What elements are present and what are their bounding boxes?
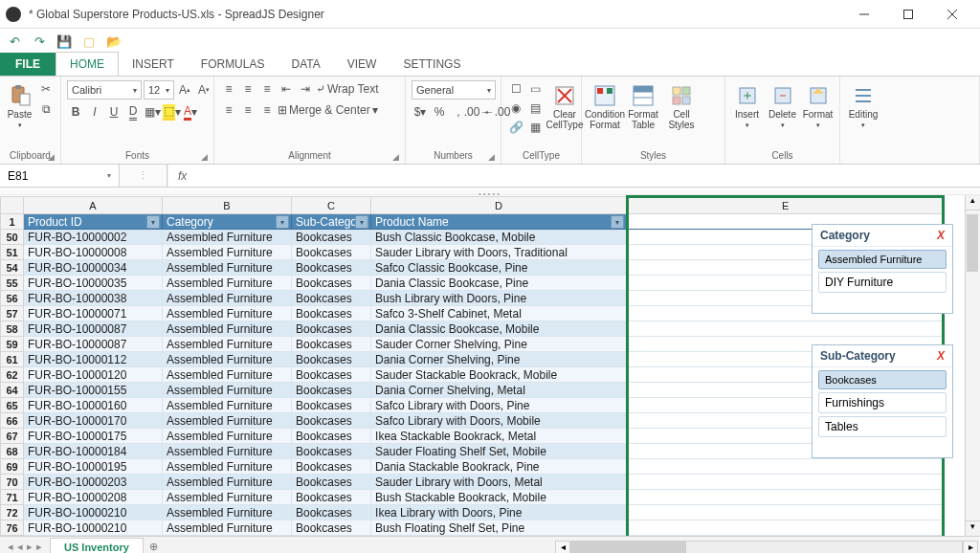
- cell[interactable]: Bookcases: [292, 245, 371, 260]
- cell[interactable]: Assembled Furniture: [163, 398, 292, 413]
- row-header[interactable]: 58: [1, 321, 24, 337]
- celltype-4-icon[interactable]: ▤: [526, 100, 544, 117]
- align-left-icon[interactable]: ≡: [220, 101, 237, 119]
- scroll-right-icon[interactable]: ▸: [963, 541, 978, 554]
- cell[interactable]: Assembled Furniture: [163, 321, 292, 337]
- first-sheet-icon[interactable]: ◂: [8, 541, 13, 553]
- numbers-launcher-icon[interactable]: ◢: [488, 152, 495, 162]
- clear-celltype-button[interactable]: ClearCellType: [547, 80, 582, 130]
- celltype-6-icon[interactable]: ▦: [526, 119, 544, 136]
- cell[interactable]: Sauder Floating Shelf Set, Mobile: [371, 444, 628, 459]
- table-row[interactable]: 70 FUR-BO-10000203 Assembled Furniture B…: [1, 475, 944, 490]
- cell[interactable]: Assembled Furniture: [163, 291, 292, 306]
- cell[interactable]: FUR-BO-10000195: [24, 459, 163, 475]
- slicer-item[interactable]: Bookcases: [818, 370, 947, 389]
- fill-color-icon[interactable]: ⬚▾: [163, 103, 180, 121]
- increase-indent-icon[interactable]: ⇥: [297, 80, 314, 98]
- cell[interactable]: Bookcases: [292, 367, 371, 383]
- cell[interactable]: [628, 475, 944, 490]
- cell[interactable]: Bush Stackable Bookrack, Mobile: [371, 490, 628, 505]
- cell[interactable]: FUR-BO-10000184: [24, 444, 163, 459]
- cell[interactable]: Bookcases: [292, 306, 371, 321]
- cell[interactable]: Bush Library with Doors, Pine: [371, 291, 628, 306]
- cell[interactable]: Sauder Stackable Bookrack, Mobile: [371, 367, 628, 383]
- next-sheet-icon[interactable]: ▸: [27, 541, 33, 553]
- row-header[interactable]: 59: [1, 337, 24, 352]
- clear-filter-icon[interactable]: X: [937, 229, 945, 242]
- cell[interactable]: FUR-BO-10000203: [24, 475, 163, 490]
- slicer-item[interactable]: Assembled Furniture: [818, 250, 947, 269]
- cell[interactable]: Sauder Library with Doors, Traditional: [371, 245, 628, 260]
- table-row[interactable]: 64 FUR-BO-10000155 Assembled Furniture B…: [1, 383, 944, 398]
- table-row[interactable]: 54 FUR-BO-10000034 Assembled Furniture B…: [1, 260, 944, 276]
- cell[interactable]: Safco Classic Bookcase, Pine: [371, 260, 628, 276]
- col-header-A[interactable]: A: [24, 197, 163, 214]
- cell[interactable]: Bookcases: [292, 398, 371, 413]
- row-header[interactable]: 50: [1, 230, 24, 245]
- prev-sheet-icon[interactable]: ◂: [17, 541, 23, 553]
- cell[interactable]: Bookcases: [292, 291, 371, 306]
- cell[interactable]: [628, 321, 944, 337]
- underline-icon[interactable]: U: [105, 103, 122, 121]
- maximize-button[interactable]: [886, 0, 930, 29]
- cell[interactable]: FUR-BO-10000034: [24, 260, 163, 276]
- copy-icon[interactable]: ⧉: [37, 100, 55, 118]
- row-header[interactable]: 66: [1, 413, 24, 429]
- cell[interactable]: Safco Library with Doors, Mobile: [371, 413, 628, 429]
- select-all-corner[interactable]: [1, 197, 24, 214]
- filter-icon[interactable]: ▾: [146, 215, 160, 229]
- number-format-select[interactable]: General▾: [412, 80, 496, 100]
- slicer-subcategory[interactable]: Sub-CategoryX Bookcases Furnishings Tabl…: [812, 344, 953, 458]
- col-header-E[interactable]: E: [628, 197, 944, 214]
- table-row[interactable]: 61 FUR-BO-10000112 Assembled Furniture B…: [1, 352, 944, 367]
- row-header[interactable]: 67: [1, 429, 24, 444]
- cell[interactable]: Bush Floating Shelf Set, Pine: [371, 520, 628, 536]
- sheet-tab-us-inventory[interactable]: US Inventory: [50, 538, 144, 553]
- cell[interactable]: Bookcases: [292, 490, 371, 505]
- scroll-up-icon[interactable]: ▴: [966, 195, 980, 210]
- row-header[interactable]: 55: [1, 276, 24, 291]
- cell[interactable]: FUR-BO-10000208: [24, 490, 163, 505]
- bold-icon[interactable]: B: [67, 103, 84, 121]
- table-header-product-id[interactable]: Product ID▾: [24, 214, 163, 230]
- col-header-D[interactable]: D: [371, 197, 628, 214]
- cell[interactable]: Bookcases: [292, 459, 371, 475]
- celltype-1-icon[interactable]: ☐: [507, 80, 524, 98]
- cell[interactable]: Assembled Furniture: [163, 459, 292, 475]
- row-header[interactable]: 72: [1, 505, 24, 520]
- table-row[interactable]: 51 FUR-BO-10000008 Assembled Furniture B…: [1, 245, 944, 260]
- cell[interactable]: Bookcases: [292, 321, 371, 337]
- decrease-indent-icon[interactable]: ⇤: [278, 80, 295, 98]
- cell[interactable]: Assembled Furniture: [163, 429, 292, 444]
- cell[interactable]: Assembled Furniture: [163, 505, 292, 520]
- cell[interactable]: FUR-BO-10000071: [24, 306, 163, 321]
- tab-formulas[interactable]: FORMULAS: [188, 53, 278, 76]
- cell[interactable]: Bookcases: [292, 520, 371, 536]
- format-table-button[interactable]: FormatTable: [626, 80, 660, 130]
- col-header-C[interactable]: C: [292, 197, 371, 214]
- table-row[interactable]: 56 FUR-BO-10000038 Assembled Furniture B…: [1, 291, 944, 306]
- name-box[interactable]: E81▾: [0, 165, 120, 187]
- table-row[interactable]: 59 FUR-BO-10000087 Assembled Furniture B…: [1, 337, 944, 352]
- table-row[interactable]: 67 FUR-BO-10000175 Assembled Furniture B…: [1, 429, 944, 444]
- table-row[interactable]: 68 FUR-BO-10000184 Assembled Furniture B…: [1, 444, 944, 459]
- row-header[interactable]: 51: [1, 245, 24, 260]
- open-icon[interactable]: 📂: [105, 33, 122, 50]
- cell[interactable]: Dania Stackable Bookrack, Pine: [371, 459, 628, 475]
- cell[interactable]: Assembled Furniture: [163, 245, 292, 260]
- filter-active-icon[interactable]: [355, 215, 368, 229]
- cell[interactable]: Assembled Furniture: [163, 276, 292, 291]
- cell[interactable]: Bookcases: [292, 276, 371, 291]
- table-row[interactable]: 65 FUR-BO-10000160 Assembled Furniture B…: [1, 398, 944, 413]
- double-underline-icon[interactable]: D: [124, 103, 142, 121]
- cell[interactable]: [628, 505, 944, 520]
- filter-icon[interactable]: ▾: [611, 215, 624, 229]
- row-header[interactable]: 68: [1, 444, 24, 459]
- vertical-scrollbar[interactable]: [966, 210, 980, 520]
- cell[interactable]: Bookcases: [292, 337, 371, 352]
- cell[interactable]: Assembled Furniture: [163, 260, 292, 276]
- format-button[interactable]: Format▾: [802, 80, 834, 129]
- scroll-left-icon[interactable]: ◂: [555, 541, 570, 554]
- font-name-select[interactable]: Calibri▾: [67, 80, 142, 100]
- row-header[interactable]: 54: [1, 260, 24, 276]
